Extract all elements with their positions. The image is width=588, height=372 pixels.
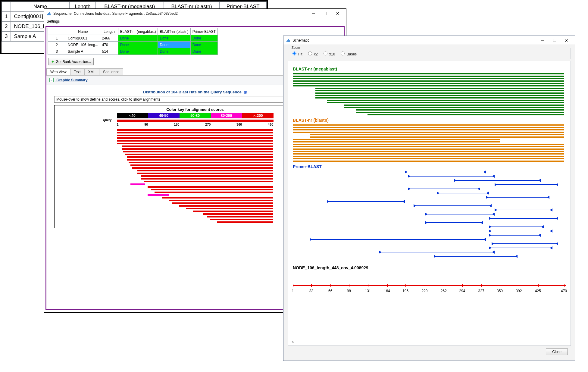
- primer-pair[interactable]: [293, 234, 566, 236]
- titlebar[interactable]: Sequencher Connections Individual: Sampl…: [44, 9, 346, 18]
- blast-hit[interactable]: [117, 170, 274, 171]
- primer-pair[interactable]: [293, 238, 566, 241]
- blast-hit[interactable]: [117, 132, 274, 133]
- blast-hit[interactable]: [117, 135, 274, 136]
- minimize-button[interactable]: [536, 36, 549, 45]
- zoom-x10[interactable]: x10: [322, 52, 335, 56]
- alignment-segment[interactable]: [293, 136, 566, 138]
- alignment-segment[interactable]: [293, 156, 566, 157]
- alignment-segment[interactable]: [293, 151, 566, 152]
- maximize-button[interactable]: [319, 9, 331, 18]
- primer-pair[interactable]: [293, 251, 566, 253]
- primer-pair[interactable]: [293, 230, 566, 232]
- primer-pair[interactable]: [293, 221, 566, 224]
- tab-sequence[interactable]: Sequence: [99, 68, 123, 75]
- blast-hit[interactable]: [117, 181, 274, 182]
- alignment-segment[interactable]: [293, 158, 566, 159]
- alignment-segment[interactable]: [293, 153, 566, 155]
- blast-hit[interactable]: [117, 197, 274, 199]
- alignment-segment[interactable]: [293, 124, 566, 126]
- primer-pair[interactable]: [293, 200, 566, 203]
- table-row[interactable]: 3Sample A514DoneDoneDone: [48, 48, 218, 55]
- primer-pair[interactable]: [293, 209, 566, 211]
- settings-menu[interactable]: Settings: [44, 18, 346, 25]
- alignment-segment[interactable]: [293, 102, 566, 103]
- alignment-segment[interactable]: [293, 139, 566, 140]
- maximize-button[interactable]: [549, 36, 561, 45]
- blast-hit[interactable]: [117, 159, 274, 161]
- blast-hit[interactable]: [117, 175, 274, 177]
- schematic-view[interactable]: BLAST-nr (megablast) BLAST-nr (blastn) P…: [288, 61, 571, 346]
- zoom-fit[interactable]: Fit: [291, 52, 302, 56]
- blast-hit[interactable]: [117, 173, 274, 174]
- minimize-button[interactable]: [307, 9, 319, 18]
- primer-pair[interactable]: [293, 242, 566, 245]
- primer-pair[interactable]: [293, 183, 566, 186]
- alignment-segment[interactable]: [293, 73, 566, 74]
- alignment-segment[interactable]: [293, 141, 566, 142]
- blast-hit[interactable]: [117, 219, 274, 220]
- blast-hit[interactable]: [117, 221, 274, 223]
- alignment-segment[interactable]: [293, 100, 566, 101]
- blast-hit[interactable]: [117, 137, 274, 139]
- alignment-segment[interactable]: [293, 92, 566, 94]
- primer-pair[interactable]: [293, 255, 566, 258]
- close-button[interactable]: [331, 9, 343, 18]
- close-button[interactable]: Close: [546, 349, 568, 355]
- alignment-segment[interactable]: [293, 132, 566, 133]
- alignment-segment[interactable]: [293, 134, 566, 135]
- close-button[interactable]: [561, 36, 573, 45]
- blast-hit[interactable]: [117, 154, 274, 155]
- table-row[interactable]: 2NODE_106_leng...470DoneDoneDone: [48, 42, 218, 48]
- alignment-segment[interactable]: [293, 144, 566, 145]
- primer-pair[interactable]: [293, 179, 566, 182]
- alignment-segment[interactable]: [293, 114, 566, 115]
- tab-text[interactable]: Text: [70, 68, 85, 75]
- zoom-x2[interactable]: x2: [307, 52, 318, 56]
- alignment-segment[interactable]: [293, 85, 566, 86]
- primer-pair[interactable]: [293, 196, 566, 199]
- blast-hit[interactable]: [117, 211, 274, 212]
- blast-hit[interactable]: [117, 151, 274, 152]
- alignment-segment[interactable]: [293, 127, 566, 128]
- alignment-segment[interactable]: [293, 105, 566, 106]
- blast-hit[interactable]: [117, 129, 274, 131]
- blast-hit[interactable]: [117, 189, 274, 190]
- primer-pair[interactable]: [293, 226, 566, 228]
- blast-hit[interactable]: [117, 216, 274, 217]
- blast-hit[interactable]: [117, 145, 274, 147]
- col-header[interactable]: Primer-BLAST: [190, 28, 217, 35]
- help-icon[interactable]: ◉: [242, 90, 247, 94]
- collapse-icon[interactable]: −: [49, 78, 54, 82]
- col-header[interactable]: BLAST-nr (megablast): [118, 28, 158, 35]
- alignment-segment[interactable]: [293, 80, 566, 82]
- blast-hit[interactable]: [117, 164, 274, 166]
- alignment-segment[interactable]: [293, 88, 566, 89]
- blast-hit[interactable]: [117, 205, 274, 207]
- blast-hit[interactable]: [117, 213, 274, 215]
- alignment-segment[interactable]: [293, 146, 566, 147]
- table-row[interactable]: 1Contig[0001]2466DoneDoneDone: [48, 35, 218, 42]
- zoom-bases[interactable]: Bases: [339, 52, 357, 56]
- titlebar[interactable]: Schematic: [283, 36, 575, 45]
- alignment-segment[interactable]: [293, 107, 566, 108]
- primer-pair[interactable]: [293, 205, 566, 207]
- genbank-accession-button[interactable]: ＋ GenBank Accession...: [48, 58, 94, 65]
- blast-hit[interactable]: [117, 208, 274, 209]
- primer-pair[interactable]: [293, 175, 566, 177]
- blast-hit[interactable]: [117, 183, 274, 185]
- primer-pair[interactable]: [293, 192, 566, 194]
- blast-hit[interactable]: [117, 202, 274, 204]
- blast-hit[interactable]: [117, 148, 274, 150]
- tab-web-view[interactable]: Web View: [46, 68, 70, 75]
- primer-pair[interactable]: [293, 188, 566, 190]
- blast-hit[interactable]: [117, 194, 274, 196]
- alignment-segment[interactable]: [293, 161, 566, 162]
- primer-pair[interactable]: [293, 247, 566, 249]
- primer-pair[interactable]: [293, 213, 566, 215]
- blast-hit[interactable]: [117, 156, 274, 158]
- alignment-segment[interactable]: [293, 148, 566, 150]
- alignment-segment[interactable]: [293, 97, 566, 98]
- alignment-segment[interactable]: [293, 83, 566, 84]
- alignment-segment[interactable]: [293, 112, 566, 113]
